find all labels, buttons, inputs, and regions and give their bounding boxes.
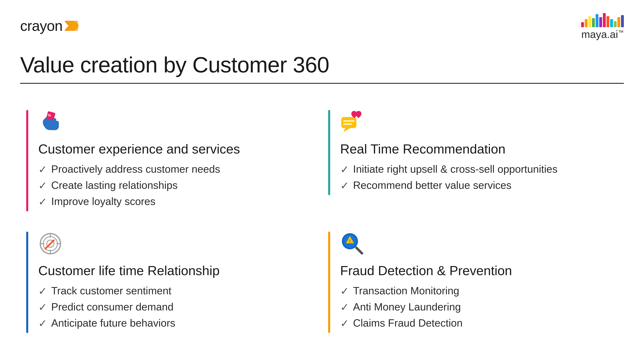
card-fraud: ! Fraud Detection & Prevention ✓ Transac… bbox=[322, 221, 624, 343]
maya-bars-icon bbox=[581, 11, 624, 27]
crayon-logo: crayon bbox=[20, 18, 78, 34]
card-title-lifetime: Customer life time Relationship bbox=[38, 263, 306, 279]
checkmark-icon: ✓ bbox=[38, 196, 47, 208]
svg-line-24 bbox=[356, 248, 362, 253]
checkmark-icon: ✓ bbox=[340, 163, 349, 175]
card-content-experience: % Customer experience and services ✓ Pro… bbox=[38, 110, 306, 211]
svg-text:%: % bbox=[48, 113, 51, 117]
checkmark-icon: ✓ bbox=[38, 180, 47, 192]
card-lifetime: Customer life time Relationship ✓ Track … bbox=[20, 221, 322, 343]
crayon-brand-text: crayon bbox=[20, 18, 62, 34]
card-title-fraud: Fraud Detection & Prevention bbox=[340, 263, 608, 279]
list-item: ✓ Initiate right upsell & cross-sell opp… bbox=[340, 163, 608, 175]
card-customer-experience: % Customer experience and services ✓ Pro… bbox=[20, 100, 322, 221]
svg-text:!: ! bbox=[349, 238, 350, 243]
real-time-icon bbox=[340, 110, 364, 134]
list-item: ✓ Create lasting relationships bbox=[38, 179, 306, 192]
checkmark-icon: ✓ bbox=[38, 301, 47, 313]
list-item: ✓ Predict consumer demand bbox=[38, 301, 306, 313]
header: crayon maya.ai™ bbox=[0, 0, 644, 49]
cards-grid: % Customer experience and services ✓ Pro… bbox=[0, 84, 644, 343]
card-content-realtime: Real Time Recommendation ✓ Initiate righ… bbox=[340, 110, 608, 195]
checkmark-icon: ✓ bbox=[340, 180, 349, 192]
page-title: Value creation by Customer 360 bbox=[20, 53, 624, 77]
maya-logo: maya.ai™ bbox=[581, 11, 624, 40]
list-item: ✓ Track customer sentiment bbox=[38, 285, 306, 297]
checkmark-icon: ✓ bbox=[340, 317, 349, 329]
svg-rect-7 bbox=[341, 117, 356, 128]
card-border-teal bbox=[328, 110, 330, 195]
customer-experience-icon: % bbox=[38, 110, 62, 134]
card-content-fraud: ! Fraud Detection & Prevention ✓ Transac… bbox=[340, 232, 608, 333]
list-item: ✓ Claims Fraud Detection bbox=[340, 317, 608, 329]
card-title-experience: Customer experience and services bbox=[38, 141, 306, 157]
card-items-fraud: ✓ Transaction Monitoring ✓ Anti Money La… bbox=[340, 285, 608, 329]
crayon-arrow-icon bbox=[64, 20, 78, 32]
list-item: ✓ Recommend better value services bbox=[340, 179, 608, 192]
list-item: ✓ Improve loyalty scores bbox=[38, 195, 306, 208]
fraud-icon: ! bbox=[340, 232, 364, 256]
card-border-blue bbox=[26, 232, 28, 333]
card-items-lifetime: ✓ Track customer sentiment ✓ Predict con… bbox=[38, 285, 306, 329]
checkmark-icon: ✓ bbox=[38, 285, 47, 297]
list-item: ✓ Proactively address customer needs bbox=[38, 163, 306, 175]
checkmark-icon: ✓ bbox=[38, 317, 47, 329]
list-item: ✓ Transaction Monitoring bbox=[340, 285, 608, 297]
maya-brand-text: maya.ai™ bbox=[581, 28, 624, 40]
card-items-experience: ✓ Proactively address customer needs ✓ C… bbox=[38, 163, 306, 208]
card-title-realtime: Real Time Recommendation bbox=[340, 141, 608, 157]
svg-marker-8 bbox=[343, 128, 350, 132]
card-real-time: Real Time Recommendation ✓ Initiate righ… bbox=[322, 100, 624, 221]
checkmark-icon: ✓ bbox=[340, 285, 349, 297]
card-border-pink bbox=[26, 110, 28, 211]
checkmark-icon: ✓ bbox=[38, 163, 47, 175]
card-items-realtime: ✓ Initiate right upsell & cross-sell opp… bbox=[340, 163, 608, 192]
lifetime-icon bbox=[38, 232, 62, 256]
checkmark-icon: ✓ bbox=[340, 301, 349, 313]
list-item: ✓ Anticipate future behaviors bbox=[38, 317, 306, 329]
card-content-lifetime: Customer life time Relationship ✓ Track … bbox=[38, 232, 306, 333]
list-item: ✓ Anti Money Laundering bbox=[340, 301, 608, 313]
page-title-section: Value creation by Customer 360 bbox=[0, 49, 644, 77]
card-border-orange bbox=[328, 232, 330, 333]
